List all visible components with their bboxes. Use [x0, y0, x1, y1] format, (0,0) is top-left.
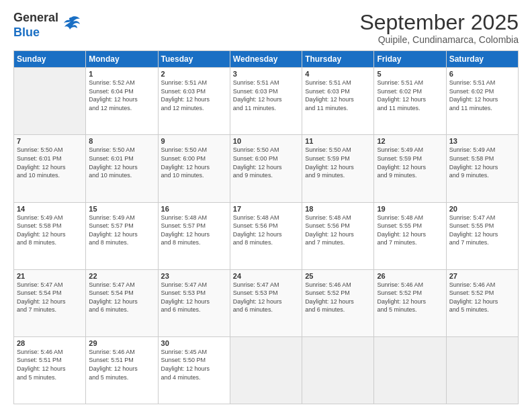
day-info: Sunrise: 5:49 AMSunset: 5:58 PMDaylight:…: [449, 146, 515, 179]
logo-blue: Blue: [13, 26, 40, 39]
day-info: Sunrise: 5:51 AMSunset: 6:02 PMDaylight:…: [377, 79, 443, 112]
day-info: Sunrise: 5:47 AMSunset: 5:53 PMDaylight:…: [233, 281, 299, 314]
day-number: 11: [305, 137, 371, 145]
day-number: 12: [377, 137, 443, 145]
logo-general: General: [13, 11, 58, 24]
table-row: 15Sunrise: 5:49 AMSunset: 5:57 PMDayligh…: [86, 202, 158, 269]
table-row: 7Sunrise: 5:50 AMSunset: 6:01 PMDaylight…: [14, 135, 86, 202]
table-row: [302, 336, 374, 404]
table-row: 29Sunrise: 5:46 AMSunset: 5:51 PMDayligh…: [86, 336, 158, 404]
table-row: 17Sunrise: 5:48 AMSunset: 5:56 PMDayligh…: [230, 202, 302, 269]
header-row: Sunday Monday Tuesday Wednesday Thursday…: [14, 51, 519, 68]
table-row: [14, 68, 86, 135]
logo-bird-icon: [61, 15, 81, 36]
day-number: 4: [305, 70, 371, 78]
table-row: 2Sunrise: 5:51 AMSunset: 6:03 PMDaylight…: [158, 68, 230, 135]
day-number: 15: [89, 205, 154, 213]
table-row: 22Sunrise: 5:47 AMSunset: 5:54 PMDayligh…: [86, 269, 158, 336]
table-row: 14Sunrise: 5:49 AMSunset: 5:58 PMDayligh…: [14, 202, 86, 269]
title-block: September 2025 Quipile, Cundinamarca, Co…: [359, 11, 519, 45]
day-info: Sunrise: 5:47 AMSunset: 5:54 PMDaylight:…: [17, 281, 83, 314]
day-info: Sunrise: 5:48 AMSunset: 5:57 PMDaylight:…: [161, 214, 227, 247]
day-info: Sunrise: 5:51 AMSunset: 6:03 PMDaylight:…: [305, 79, 371, 112]
table-row: 27Sunrise: 5:46 AMSunset: 5:52 PMDayligh…: [446, 269, 518, 336]
table-row: 19Sunrise: 5:48 AMSunset: 5:55 PMDayligh…: [374, 202, 446, 269]
table-row: 20Sunrise: 5:47 AMSunset: 5:55 PMDayligh…: [446, 202, 518, 269]
day-number: 19: [377, 205, 443, 213]
day-info: Sunrise: 5:49 AMSunset: 5:58 PMDaylight:…: [17, 214, 83, 247]
col-thursday: Thursday: [302, 51, 374, 68]
table-row: 10Sunrise: 5:50 AMSunset: 6:00 PMDayligh…: [230, 135, 302, 202]
table-row: 16Sunrise: 5:48 AMSunset: 5:57 PMDayligh…: [158, 202, 230, 269]
day-info: Sunrise: 5:46 AMSunset: 5:52 PMDaylight:…: [377, 281, 443, 314]
calendar-week-row: 1Sunrise: 5:52 AMSunset: 6:04 PMDaylight…: [14, 68, 519, 135]
day-number: 10: [233, 137, 299, 145]
table-row: 8Sunrise: 5:50 AMSunset: 6:01 PMDaylight…: [86, 135, 158, 202]
table-row: 21Sunrise: 5:47 AMSunset: 5:54 PMDayligh…: [14, 269, 86, 336]
table-row: 13Sunrise: 5:49 AMSunset: 5:58 PMDayligh…: [446, 135, 518, 202]
day-number: 5: [377, 70, 443, 78]
day-info: Sunrise: 5:50 AMSunset: 6:00 PMDaylight:…: [161, 146, 227, 179]
month-title: September 2025: [359, 11, 519, 34]
col-tuesday: Tuesday: [158, 51, 230, 68]
day-info: Sunrise: 5:51 AMSunset: 6:03 PMDaylight:…: [233, 79, 299, 112]
day-info: Sunrise: 5:50 AMSunset: 6:01 PMDaylight:…: [89, 146, 154, 179]
day-number: 13: [449, 137, 515, 145]
table-row: 6Sunrise: 5:51 AMSunset: 6:02 PMDaylight…: [446, 68, 518, 135]
day-number: 29: [89, 339, 154, 347]
logo-text: General Blue: [13, 11, 58, 40]
table-row: [446, 336, 518, 404]
day-number: 30: [161, 339, 227, 347]
calendar-table: Sunday Monday Tuesday Wednesday Thursday…: [13, 50, 519, 404]
table-row: 25Sunrise: 5:46 AMSunset: 5:52 PMDayligh…: [302, 269, 374, 336]
day-number: 7: [17, 137, 83, 145]
col-sunday: Sunday: [14, 51, 86, 68]
day-number: 24: [233, 272, 299, 280]
table-row: 11Sunrise: 5:50 AMSunset: 5:59 PMDayligh…: [302, 135, 374, 202]
table-row: 12Sunrise: 5:49 AMSunset: 5:59 PMDayligh…: [374, 135, 446, 202]
day-number: 2: [161, 70, 227, 78]
day-number: 26: [377, 272, 443, 280]
day-info: Sunrise: 5:51 AMSunset: 6:02 PMDaylight:…: [449, 79, 515, 112]
table-row: 9Sunrise: 5:50 AMSunset: 6:00 PMDaylight…: [158, 135, 230, 202]
day-number: 23: [161, 272, 227, 280]
day-info: Sunrise: 5:47 AMSunset: 5:54 PMDaylight:…: [89, 281, 154, 314]
col-wednesday: Wednesday: [230, 51, 302, 68]
location: Quipile, Cundinamarca, Colombia: [359, 34, 519, 45]
day-info: Sunrise: 5:51 AMSunset: 6:03 PMDaylight:…: [161, 79, 227, 112]
day-info: Sunrise: 5:49 AMSunset: 5:57 PMDaylight:…: [89, 214, 154, 247]
logo: General Blue: [13, 11, 81, 40]
day-number: 22: [89, 272, 154, 280]
day-number: 20: [449, 205, 515, 213]
day-info: Sunrise: 5:52 AMSunset: 6:04 PMDaylight:…: [89, 79, 154, 112]
day-number: 9: [161, 137, 227, 145]
day-info: Sunrise: 5:48 AMSunset: 5:56 PMDaylight:…: [233, 214, 299, 247]
day-info: Sunrise: 5:46 AMSunset: 5:52 PMDaylight:…: [305, 281, 371, 314]
day-number: 21: [17, 272, 83, 280]
table-row: 30Sunrise: 5:45 AMSunset: 5:50 PMDayligh…: [158, 336, 230, 404]
day-info: Sunrise: 5:48 AMSunset: 5:56 PMDaylight:…: [305, 214, 371, 247]
col-saturday: Saturday: [446, 51, 518, 68]
table-row: [230, 336, 302, 404]
day-number: 6: [449, 70, 515, 78]
day-number: 18: [305, 205, 371, 213]
day-info: Sunrise: 5:45 AMSunset: 5:50 PMDaylight:…: [161, 348, 227, 381]
day-info: Sunrise: 5:46 AMSunset: 5:51 PMDaylight:…: [17, 348, 83, 381]
day-number: 1: [89, 70, 154, 78]
table-row: 1Sunrise: 5:52 AMSunset: 6:04 PMDaylight…: [86, 68, 158, 135]
day-info: Sunrise: 5:49 AMSunset: 5:59 PMDaylight:…: [377, 146, 443, 179]
table-row: [374, 336, 446, 404]
calendar-week-row: 14Sunrise: 5:49 AMSunset: 5:58 PMDayligh…: [14, 202, 519, 269]
day-info: Sunrise: 5:50 AMSunset: 6:01 PMDaylight:…: [17, 146, 83, 179]
header: General Blue September 2025 Quipile, Cun…: [13, 11, 519, 45]
day-number: 27: [449, 272, 515, 280]
page: General Blue September 2025 Quipile, Cun…: [0, 0, 532, 411]
table-row: 4Sunrise: 5:51 AMSunset: 6:03 PMDaylight…: [302, 68, 374, 135]
table-row: 28Sunrise: 5:46 AMSunset: 5:51 PMDayligh…: [14, 336, 86, 404]
day-number: 3: [233, 70, 299, 78]
day-number: 25: [305, 272, 371, 280]
day-info: Sunrise: 5:47 AMSunset: 5:53 PMDaylight:…: [161, 281, 227, 314]
day-number: 16: [161, 205, 227, 213]
day-info: Sunrise: 5:50 AMSunset: 5:59 PMDaylight:…: [305, 146, 371, 179]
day-info: Sunrise: 5:46 AMSunset: 5:51 PMDaylight:…: [89, 348, 154, 381]
